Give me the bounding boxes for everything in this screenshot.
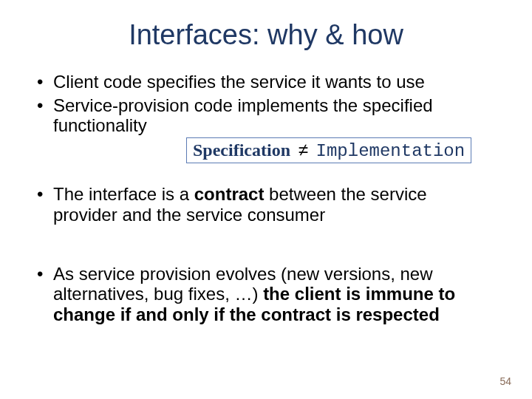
impl-word: Implementation xyxy=(316,141,466,161)
bullet-list: As service provision evolves (new versio… xyxy=(37,264,495,325)
bullet-text-bold: contract xyxy=(194,184,265,204)
slide: Interfaces: why & how Client code specif… xyxy=(0,0,532,399)
spec-box: Specification ≠ Implementation xyxy=(186,137,471,164)
spacer xyxy=(37,246,495,264)
page-number: 54 xyxy=(499,375,511,387)
bullet-item: The interface is a contract between the … xyxy=(37,184,495,225)
bullet-item: Service-provision code implements the sp… xyxy=(37,95,495,164)
spec-word: Specification xyxy=(193,140,290,160)
bullet-text: Client code specifies the service it wan… xyxy=(53,72,425,92)
bullet-text: Service-provision code implements the sp… xyxy=(53,95,433,136)
slide-title: Interfaces: why & how xyxy=(37,19,495,51)
not-equal-symbol: ≠ xyxy=(296,140,311,160)
bullet-item: Client code specifies the service it wan… xyxy=(37,72,495,92)
bullet-text: The interface is a xyxy=(53,184,194,204)
spacer xyxy=(37,166,495,184)
bullet-item: As service provision evolves (new versio… xyxy=(37,264,495,325)
bullet-list: Client code specifies the service it wan… xyxy=(37,72,495,163)
spacer xyxy=(37,228,495,246)
bullet-list: The interface is a contract between the … xyxy=(37,184,495,225)
